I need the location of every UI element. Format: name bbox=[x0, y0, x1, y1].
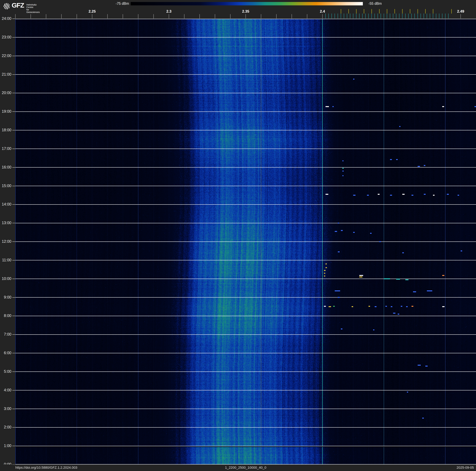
time-tick bbox=[12, 334, 15, 335]
time-label: 10:00 bbox=[0, 276, 11, 281]
time-tick bbox=[12, 446, 15, 446]
colorbar-max-label: -55 dBm bbox=[368, 1, 399, 6]
time-label: 1:00 bbox=[0, 443, 11, 448]
time-tick bbox=[12, 353, 15, 353]
time-tick bbox=[12, 93, 15, 93]
time-label: 6:00 bbox=[0, 351, 11, 355]
time-label: 11:00 bbox=[0, 258, 11, 262]
gfz-logo-acronym: GFZ bbox=[12, 1, 24, 9]
spectrogram-overlay-canvas bbox=[15, 19, 476, 465]
footer: https://doi.org/10.5880/GFZ.1.2.2024.003… bbox=[0, 465, 476, 471]
time-label: 17:00 bbox=[0, 146, 11, 151]
gfz-logo-subtitle-line1: Helmholtz Centre bbox=[26, 3, 40, 8]
time-tick bbox=[12, 279, 15, 279]
time-tick bbox=[12, 223, 15, 223]
time-tick bbox=[12, 74, 15, 75]
time-tick bbox=[12, 409, 15, 409]
time-tick bbox=[12, 390, 15, 390]
time-label: 16:00 bbox=[0, 165, 11, 169]
time-label: 20:00 bbox=[0, 91, 11, 95]
time-label: 22:00 bbox=[0, 54, 11, 58]
time-tick bbox=[12, 372, 15, 372]
time-label: 18:00 bbox=[0, 128, 11, 132]
time-label: 15:00 bbox=[0, 183, 11, 188]
time-tick bbox=[12, 204, 15, 205]
time-label: 21:00 bbox=[0, 72, 11, 76]
time-label: 12:00 bbox=[0, 239, 11, 244]
time-tick bbox=[12, 167, 15, 167]
gfz-logo-icon bbox=[3, 3, 10, 9]
time-tick bbox=[12, 149, 15, 149]
time-label: 7:00 bbox=[0, 332, 11, 337]
time-label: 23:00 bbox=[0, 35, 11, 39]
time-tick bbox=[12, 111, 15, 112]
time-label: 2:00 bbox=[0, 425, 11, 429]
spectrogram-page: { "header": { "logo": { "acronym": "GFZ"… bbox=[0, 0, 476, 471]
colorbar-min-label: -75 dBm bbox=[101, 1, 129, 6]
colorbar-gradient bbox=[131, 2, 363, 5]
time-label: 19:00 bbox=[0, 109, 11, 114]
gfz-logo-subtitle-line2: for Geosciences bbox=[26, 8, 40, 13]
time-label: 8:00 bbox=[0, 313, 11, 318]
time-tick bbox=[12, 186, 15, 186]
time-tick bbox=[12, 260, 15, 260]
time-tick bbox=[12, 56, 15, 56]
date-label: 2025-09-05 bbox=[457, 465, 474, 471]
time-label: 4:00 bbox=[0, 388, 11, 392]
time-label: 3:00 bbox=[0, 406, 11, 411]
spectrogram-plot bbox=[15, 19, 476, 465]
time-tick bbox=[12, 316, 15, 316]
time-label: 14:00 bbox=[0, 202, 11, 206]
time-tick bbox=[12, 37, 15, 37]
time-tick bbox=[12, 297, 15, 298]
time-label: 13:00 bbox=[0, 221, 11, 225]
time-label: 5:00 bbox=[0, 369, 11, 374]
gfz-logo-subtitle: Helmholtz Centre for Geosciences bbox=[26, 3, 40, 13]
dataset-name: 1_2200_2500_10000_40_0 bbox=[15, 465, 476, 471]
time-label: 9:00 bbox=[0, 295, 11, 299]
time-tick bbox=[12, 130, 15, 130]
time-tick bbox=[12, 427, 15, 428]
time-tick bbox=[12, 241, 15, 242]
header: GFZ Helmholtz Centre for Geosciences -75… bbox=[0, 0, 476, 19]
